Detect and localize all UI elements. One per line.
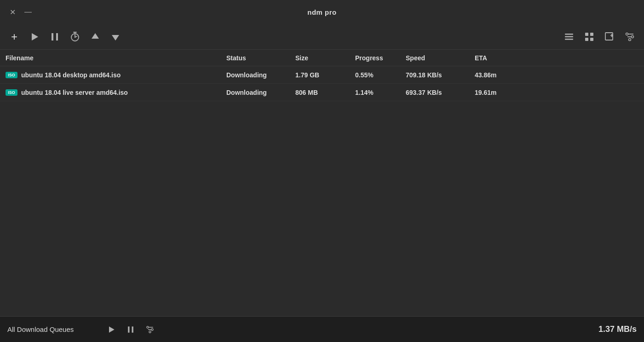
plus-icon: +	[11, 30, 17, 43]
arrow-down-icon	[110, 31, 121, 42]
svg-rect-16	[590, 38, 593, 41]
row-eta: 43.86m	[475, 71, 638, 79]
minimize-button[interactable]: —	[23, 7, 33, 17]
status-controls	[105, 323, 156, 336]
row-filename: ISO ubuntu 18.04 desktop amd64.iso	[6, 71, 226, 79]
status-pause-icon	[126, 325, 135, 334]
arrow-up-icon	[90, 31, 101, 42]
svg-marker-8	[92, 33, 99, 39]
col-header-filename: Filename	[6, 54, 226, 62]
col-header-progress: Progress	[355, 54, 406, 62]
svg-point-24	[629, 38, 631, 41]
queue-label: All Download Queues	[7, 325, 99, 333]
row-filename: ISO ubuntu 18.04 live server amd64.iso	[6, 89, 226, 96]
window-controls: ✕ —	[7, 7, 33, 17]
svg-rect-2	[56, 33, 58, 41]
svg-point-23	[632, 35, 634, 38]
list-view-button[interactable]	[562, 30, 576, 44]
table-body: ISO ubuntu 18.04 desktop amd64.iso Downl…	[0, 66, 644, 316]
iso-badge: ISO	[6, 72, 17, 78]
play-button[interactable]	[28, 30, 41, 44]
svg-point-32	[151, 328, 153, 330]
svg-point-31	[147, 326, 149, 328]
toolbar: +	[0, 24, 644, 50]
list-view-icon	[564, 31, 575, 42]
status-settings-button[interactable]	[144, 323, 156, 336]
svg-point-22	[626, 33, 628, 35]
timer-button[interactable]	[68, 30, 82, 44]
col-header-size: Size	[295, 54, 355, 62]
settings-button[interactable]	[623, 30, 637, 44]
title-bar: ✕ — ndm pro	[0, 0, 644, 24]
svg-rect-12	[565, 39, 573, 40]
svg-rect-27	[132, 326, 133, 332]
filename-text: ubuntu 18.04 live server amd64.iso	[21, 89, 128, 96]
svg-rect-15	[585, 38, 588, 41]
row-size: 806 MB	[295, 89, 355, 96]
row-size: 1.79 GB	[295, 71, 355, 79]
row-progress: 0.55%	[355, 71, 406, 79]
status-play-icon	[107, 325, 116, 334]
move-down-button[interactable]	[109, 30, 122, 44]
svg-rect-11	[565, 36, 573, 37]
table-row[interactable]: ISO ubuntu 18.04 desktop amd64.iso Downl…	[0, 66, 644, 84]
close-button[interactable]: ✕	[7, 7, 17, 17]
row-speed: 709.18 KB/s	[406, 71, 475, 79]
svg-rect-26	[128, 326, 129, 332]
svg-marker-0	[32, 33, 38, 41]
toolbar-left: +	[7, 30, 562, 44]
settings-icon	[624, 31, 635, 42]
svg-marker-9	[112, 35, 119, 41]
play-icon	[29, 31, 40, 42]
export-button[interactable]	[603, 30, 616, 44]
svg-marker-25	[109, 326, 115, 332]
move-up-button[interactable]	[88, 30, 102, 44]
toolbar-right	[562, 30, 637, 44]
svg-rect-13	[585, 33, 588, 36]
table-row[interactable]: ISO ubuntu 18.04 live server amd64.iso D…	[0, 84, 644, 101]
row-speed: 693.37 KB/s	[406, 89, 475, 96]
status-play-button[interactable]	[105, 323, 118, 336]
grid-view-icon	[584, 31, 595, 42]
col-header-eta: ETA	[475, 54, 638, 62]
status-settings-icon	[145, 325, 155, 334]
status-pause-button[interactable]	[124, 323, 137, 336]
filename-text: ubuntu 18.04 desktop amd64.iso	[21, 71, 121, 79]
pause-button[interactable]	[48, 30, 62, 44]
svg-point-33	[149, 330, 151, 332]
svg-rect-1	[52, 33, 53, 41]
col-header-speed: Speed	[406, 54, 475, 62]
row-eta: 19.61m	[475, 89, 638, 96]
row-status: Downloading	[226, 89, 295, 96]
add-button[interactable]: +	[7, 30, 21, 44]
svg-rect-10	[565, 34, 573, 35]
timer-icon	[69, 31, 80, 42]
status-bar: All Download Queues	[0, 316, 644, 342]
iso-badge: ISO	[6, 89, 17, 96]
row-status: Downloading	[226, 71, 295, 79]
col-header-status: Status	[226, 54, 295, 62]
total-speed: 1.37 MB/s	[598, 325, 637, 334]
row-progress: 1.14%	[355, 89, 406, 96]
table-header: Filename Status Size Progress Speed ETA	[0, 50, 644, 66]
app-title: ndm pro	[307, 8, 337, 16]
grid-view-button[interactable]	[582, 30, 596, 44]
svg-rect-14	[590, 33, 593, 36]
pause-icon	[49, 31, 60, 42]
export-icon	[604, 31, 615, 42]
